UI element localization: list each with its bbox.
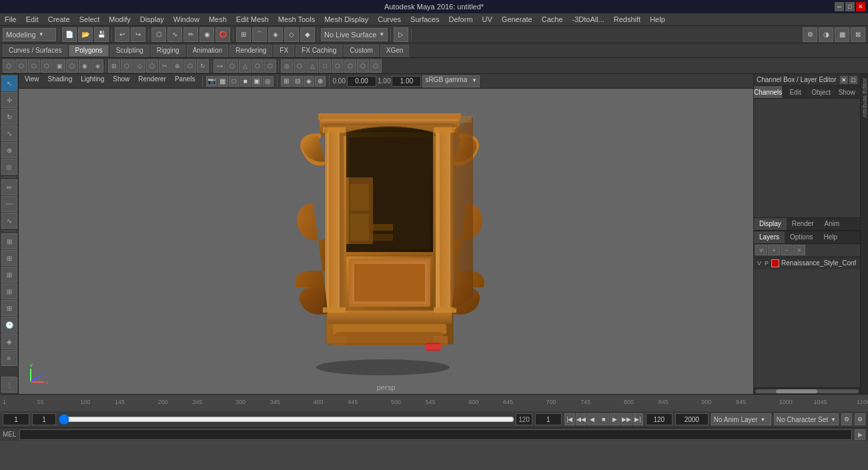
quadrangulate-btn[interactable]: □ — [319, 59, 331, 73]
universal-manip-btn[interactable]: ⊕ — [1, 142, 17, 158]
lasso-tool[interactable]: ∿ — [167, 27, 182, 42]
scale-tool-btn[interactable]: ⤡ — [1, 125, 17, 141]
layer-color[interactable] — [771, 259, 779, 267]
lighting-menu-btn[interactable]: Lighting — [77, 75, 107, 87]
duplicate-btn[interactable]: ⬡ — [252, 59, 264, 73]
show-grid-btn[interactable]: ⊞ — [1, 250, 17, 266]
rotate-tool-btn[interactable]: ↻ — [1, 109, 17, 125]
layer-vis-all-btn[interactable]: V — [755, 245, 767, 255]
play-back-btn[interactable]: ◀ — [587, 413, 598, 425]
maximize-button[interactable]: □ — [845, 2, 855, 11]
help-tab[interactable]: Help — [818, 231, 843, 243]
tab-polygons[interactable]: Polygons — [69, 45, 108, 57]
tab-rigging[interactable]: Rigging — [151, 45, 185, 57]
timeline-slider[interactable] — [59, 416, 514, 423]
minimize-button[interactable]: ─ — [835, 2, 844, 11]
mel-execute-btn[interactable]: ▶ — [855, 429, 865, 440]
open-scene-button[interactable]: 📂 — [78, 27, 93, 42]
value2-input[interactable] — [392, 76, 421, 87]
show-menu-btn[interactable]: Show — [109, 75, 133, 87]
select-tool[interactable]: ⬡ — [151, 27, 166, 42]
layer-options-btn[interactable]: ≡ — [793, 245, 805, 255]
menu-edit-mesh[interactable]: Edit Mesh — [234, 15, 271, 23]
normals-btn[interactable]: ⬡ — [370, 59, 382, 73]
soft-mod-tool[interactable]: ⭕ — [215, 27, 230, 42]
menu-modify[interactable]: Modify — [107, 15, 132, 23]
select-manip-btn[interactable]: ◈ — [304, 76, 314, 87]
panel-dock-btn[interactable]: □ — [849, 76, 857, 84]
anim-layer-dropdown[interactable]: No Anim Layer ▼ — [711, 413, 771, 425]
render-view[interactable]: ▦ — [835, 27, 849, 42]
show-tab[interactable]: Show — [834, 86, 860, 98]
panels-menu-btn[interactable]: Panels — [171, 75, 199, 87]
grid-toggle-btn[interactable]: ⊞ — [281, 76, 292, 87]
render-settings[interactable]: ⚙ — [803, 27, 817, 42]
delete-edge-btn[interactable]: ⬡ — [121, 59, 133, 73]
snap-surface[interactable]: ◈ — [268, 27, 283, 42]
snap-curve[interactable]: ⌒ — [252, 27, 267, 42]
cleanup-btn[interactable]: ⬡ — [344, 59, 356, 73]
close-button[interactable]: ✕ — [856, 2, 865, 11]
menu-file[interactable]: File — [3, 15, 19, 23]
anim-tab[interactable]: Anim — [819, 218, 845, 230]
mel-input[interactable] — [19, 429, 852, 440]
multi-cut-btn[interactable]: ✂ — [159, 59, 171, 73]
insert-edge-loop-btn[interactable]: ⊞ — [108, 59, 120, 73]
menu-uv[interactable]: UV — [480, 15, 494, 23]
sculpt-tool[interactable]: ◉ — [199, 27, 214, 42]
panel-layout[interactable]: ⊠ — [851, 27, 865, 42]
layers-tab[interactable]: Layers — [754, 231, 785, 243]
boolean-btn[interactable]: ⬡ — [28, 59, 40, 73]
show-selection-btn[interactable]: ⊞ — [1, 283, 17, 299]
layer-vis-toggle[interactable]: V — [757, 260, 762, 267]
bevel-btn[interactable]: ⬡ — [146, 59, 158, 73]
character-set-dropdown[interactable]: No Character Set ▼ — [774, 413, 839, 425]
menu-help[interactable]: Help — [648, 15, 667, 23]
tab-fx-caching[interactable]: FX Caching — [296, 45, 342, 57]
menu-display[interactable]: Display — [138, 15, 166, 23]
shaded-btn[interactable]: ■ — [240, 76, 251, 87]
redo-button[interactable]: ↪ — [131, 27, 145, 42]
options-tab[interactable]: Options — [785, 231, 818, 243]
snap-midpoint[interactable]: ◆ — [300, 27, 315, 42]
no-live-surface-dropdown[interactable]: No Live Surface ▼ — [321, 28, 388, 41]
tab-animation[interactable]: Animation — [187, 45, 228, 57]
show-wireframe-btn[interactable]: ⊞ — [1, 300, 17, 316]
layer-add-btn[interactable]: + — [768, 245, 780, 255]
undo-button[interactable]: ↩ — [115, 27, 129, 42]
menu-deform[interactable]: Deform — [446, 15, 474, 23]
play-fwd-btn[interactable]: ▶ — [610, 413, 620, 425]
stop-btn[interactable]: ■ — [598, 413, 609, 425]
mirror-btn[interactable]: ⬡ — [41, 59, 53, 73]
relax-btn[interactable]: ∿ — [1, 213, 17, 229]
viewport[interactable]: View Shading Lighting Show Renderer Pane… — [19, 74, 753, 394]
panel-close-btn[interactable]: ✕ — [840, 76, 848, 84]
goto-start-btn[interactable]: |◀ — [564, 413, 575, 425]
value1-input[interactable] — [347, 76, 376, 87]
edit-tab[interactable]: Edit — [783, 86, 809, 98]
connect-btn[interactable]: ⊕ — [171, 59, 183, 73]
color-profile-dropdown[interactable]: sRGB gamma ▼ — [422, 75, 480, 87]
paint-tool[interactable]: ✏ — [183, 27, 198, 42]
menu-cache[interactable]: Cache — [540, 15, 565, 23]
wedge-btn[interactable]: △ — [239, 59, 251, 73]
merge-btn[interactable]: ⊶ — [213, 59, 226, 73]
spin-edge-btn[interactable]: ↻ — [197, 59, 209, 73]
step-fwd-btn[interactable]: ▶▶ — [621, 413, 632, 425]
combine-btn[interactable]: ⬡ — [3, 59, 15, 73]
frame-start-input[interactable] — [32, 413, 56, 425]
new-scene-button[interactable]: 📄 — [62, 27, 77, 42]
chamfer-btn[interactable]: ◇ — [133, 59, 145, 73]
menu-select[interactable]: Select — [77, 15, 102, 23]
extract-btn[interactable]: ⬡ — [264, 59, 276, 73]
snap-vertex[interactable]: ◇ — [284, 27, 299, 42]
mode-dropdown[interactable]: Modeling ▼ — [3, 28, 56, 41]
menu-surfaces[interactable]: Surfaces — [408, 15, 441, 23]
soft-select-btn[interactable]: ◎ — [1, 159, 17, 175]
history-btn[interactable]: 🕐 — [1, 317, 17, 333]
render-mode-btn[interactable]: ▦ — [218, 76, 228, 87]
show-heads-up-btn[interactable]: ⊞ — [1, 267, 17, 283]
render-tab[interactable]: Render — [787, 218, 819, 230]
menu-generate[interactable]: Generate — [500, 15, 534, 23]
tab-custom[interactable]: Custom — [344, 45, 378, 57]
